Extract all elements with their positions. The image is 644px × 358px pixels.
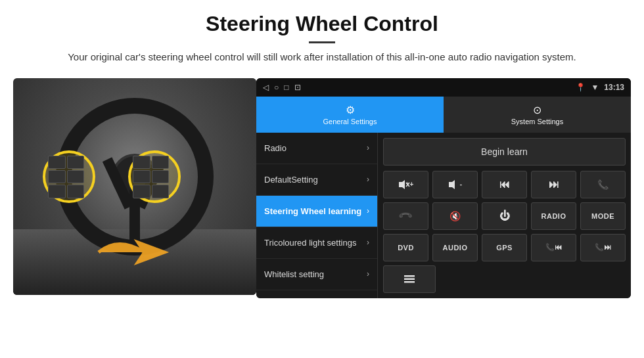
- tab-general-label: General Settings: [323, 118, 377, 125]
- status-bar: ◁ ○ □ ⊡ 📍 ▼ 13:13: [256, 78, 631, 97]
- wifi-icon: ▼: [591, 83, 599, 92]
- page-subtitle: Your original car's steering wheel contr…: [39, 50, 605, 65]
- svg-marker-1: [399, 180, 405, 189]
- menu-list: Radio › DefaultSetting › Steering Wheel …: [256, 133, 378, 298]
- tab-system-label: System Settings: [511, 118, 563, 125]
- menu-default-label: DefaultSetting: [264, 175, 318, 185]
- radio-btn-label: RADIO: [541, 212, 566, 220]
- control-row-2: 📞 🔇 ⏻ RADIO MODE: [383, 202, 626, 230]
- mode-button[interactable]: MODE: [580, 202, 626, 230]
- system-settings-icon: ⊙: [533, 104, 541, 116]
- clock: 13:13: [604, 83, 624, 92]
- menu-item-whitelist[interactable]: Whitelist setting ›: [256, 259, 377, 290]
- control-row-4: [383, 265, 626, 293]
- phone-hangup-button[interactable]: 📞: [383, 202, 428, 230]
- begin-learn-button[interactable]: Begin learn: [383, 138, 626, 166]
- whitelist-arrow-icon: ›: [367, 269, 369, 279]
- control-panel: Begin learn + +: [378, 133, 631, 298]
- status-right: 📍 ▼ 13:13: [576, 83, 624, 92]
- audio-button[interactable]: AUDIO: [432, 234, 478, 261]
- location-icon: 📍: [576, 83, 586, 92]
- title-divider: [309, 41, 335, 43]
- list-button[interactable]: [383, 265, 436, 293]
- dvd-button[interactable]: DVD: [383, 234, 428, 261]
- svg-rect-8: [404, 281, 415, 283]
- begin-learn-row: Begin learn: [383, 138, 626, 166]
- tel-prev-button[interactable]: 📞⏮: [531, 234, 576, 261]
- default-arrow-icon: ›: [367, 175, 369, 184]
- tabs-row: ⚙ General Settings ⊙ System Settings: [256, 97, 631, 133]
- tel-next-button[interactable]: 📞⏭: [580, 234, 626, 261]
- home-icon[interactable]: ○: [274, 83, 279, 92]
- menu-tricoloured-label: Tricoloured light settings: [264, 238, 356, 248]
- svg-text:+: +: [405, 181, 409, 187]
- mode-btn-label: MODE: [591, 212, 614, 220]
- nav-icons: ◁ ○ □ ⊡: [263, 83, 301, 92]
- menu-item-tricoloured[interactable]: Tricoloured light settings ›: [256, 227, 377, 259]
- prev-track-button[interactable]: ⏮: [482, 171, 527, 198]
- recents-icon[interactable]: □: [284, 83, 288, 92]
- menu-radio-label: Radio: [264, 143, 287, 153]
- tab-system[interactable]: ⊙ System Settings: [444, 97, 631, 133]
- steering-arrow-icon: ›: [367, 206, 369, 215]
- tab-general[interactable]: ⚙ General Settings: [256, 97, 444, 133]
- next-track-button[interactable]: ⏭: [531, 171, 576, 198]
- screen-icon[interactable]: ⊡: [294, 83, 301, 92]
- settings-content: Radio › DefaultSetting › Steering Wheel …: [256, 133, 631, 298]
- control-grid: + + - ⏮: [383, 171, 626, 293]
- back-icon[interactable]: ◁: [263, 83, 269, 92]
- steering-wheel-image: [13, 78, 256, 295]
- page-header: Steering Wheel Control Your original car…: [0, 0, 644, 72]
- radio-mode-button[interactable]: RADIO: [531, 202, 576, 230]
- svg-rect-6: [404, 275, 415, 277]
- gps-button[interactable]: GPS: [482, 234, 527, 261]
- menu-item-steering[interactable]: Steering Wheel learning ›: [256, 196, 377, 227]
- vol-up-button[interactable]: + +: [383, 171, 428, 198]
- audio-label: AUDIO: [443, 244, 468, 252]
- mute-button[interactable]: 🔇: [432, 202, 478, 230]
- menu-steering-label: Steering Wheel learning: [264, 206, 361, 216]
- svg-marker-5: [449, 180, 455, 189]
- control-row-1: + + - ⏮: [383, 171, 626, 198]
- page-title: Steering Wheel Control: [39, 12, 605, 36]
- gps-label: GPS: [496, 244, 513, 252]
- vol-down-button[interactable]: -: [432, 171, 478, 198]
- tricoloured-arrow-icon: ›: [367, 238, 369, 247]
- control-row-3: DVD AUDIO GPS 📞⏮ 📞⏭: [383, 234, 626, 261]
- dvd-label: DVD: [398, 244, 414, 252]
- general-settings-icon: ⚙: [346, 104, 355, 116]
- phone-answer-button[interactable]: 📞: [580, 171, 626, 198]
- menu-item-radio[interactable]: Radio ›: [256, 133, 377, 164]
- power-button[interactable]: ⏻: [482, 202, 527, 230]
- radio-arrow-icon: ›: [367, 143, 369, 152]
- android-panel: ◁ ○ □ ⊡ 📍 ▼ 13:13 ⚙ General Settings ⊙ S…: [256, 78, 631, 298]
- svg-rect-7: [404, 278, 415, 280]
- menu-whitelist-label: Whitelist setting: [264, 269, 324, 279]
- arrow-graphic: [92, 229, 171, 275]
- menu-item-default[interactable]: DefaultSetting ›: [256, 164, 377, 196]
